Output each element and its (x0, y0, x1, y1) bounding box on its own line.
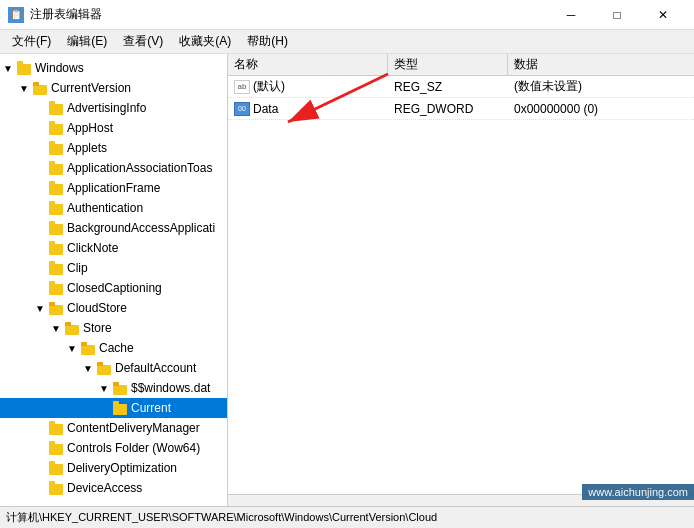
menu-help[interactable]: 帮助(H) (239, 31, 296, 52)
expand-deviceaccess[interactable] (32, 480, 48, 496)
status-text: 计算机\HKEY_CURRENT_USER\SOFTWARE\Microsoft… (6, 510, 437, 525)
expand-current[interactable] (96, 400, 112, 416)
tree-label-deviceaccess: DeviceAccess (67, 481, 142, 495)
expand-defaultaccount[interactable]: ▼ (80, 360, 96, 376)
tree-item-contentdelivery[interactable]: ContentDeliveryManager (0, 418, 227, 438)
expand-store[interactable]: ▼ (48, 320, 64, 336)
title-bar-left: 📋 注册表编辑器 (8, 6, 102, 23)
tree-label-windowsdat: $$windows.dat (131, 381, 210, 395)
expand-cloudstore[interactable]: ▼ (32, 300, 48, 316)
tree-label-controlsfolder: Controls Folder (Wow64) (67, 441, 200, 455)
status-bar: 计算机\HKEY_CURRENT_USER\SOFTWARE\Microsoft… (0, 506, 694, 528)
col-header-data: 数据 (508, 54, 694, 75)
tree-label-currentversion: CurrentVersion (51, 81, 131, 95)
app-icon: 📋 (8, 7, 24, 23)
reg-sz-icon: ab (234, 80, 250, 94)
right-panel: 名称 类型 数据 ab (默认) REG_SZ (数值未设置) (228, 54, 694, 506)
expand-deliveryoptimization[interactable] (32, 460, 48, 476)
main-content: ▼ Windows ▼ CurrentVersion (0, 54, 694, 506)
tree-item-controlsfolder[interactable]: Controls Folder (Wow64) (0, 438, 227, 458)
tree-label-defaultaccount: DefaultAccount (115, 361, 196, 375)
tree-item-cloudstore[interactable]: ▼ CloudStore (0, 298, 227, 318)
expand-applets[interactable] (32, 140, 48, 156)
row-name-data: 00 Data (228, 102, 388, 116)
expand-apphost[interactable] (32, 120, 48, 136)
row-name-default: ab (默认) (228, 78, 388, 95)
expand-applicationframe[interactable] (32, 180, 48, 196)
tree-item-authentication[interactable]: Authentication (0, 198, 227, 218)
tree-item-clip[interactable]: Clip (0, 258, 227, 278)
tree-item-apphost[interactable]: AppHost (0, 118, 227, 138)
tree-label-closedcaptioning: ClosedCaptioning (67, 281, 162, 295)
expand-currentversion[interactable]: ▼ (16, 80, 32, 96)
tree-item-cache[interactable]: ▼ Cache (0, 338, 227, 358)
tree-item-applicationframe[interactable]: ApplicationFrame (0, 178, 227, 198)
expand-windowsdat[interactable]: ▼ (96, 380, 112, 396)
tree-item-applets[interactable]: Applets (0, 138, 227, 158)
tree-item-windows[interactable]: ▼ Windows (0, 58, 227, 78)
tree-item-applicationassociation[interactable]: ApplicationAssociationToas (0, 158, 227, 178)
folder-icon-cache (80, 341, 96, 355)
watermark: www.aichunjing.com (582, 484, 694, 500)
folder-icon-defaultaccount (96, 361, 112, 375)
folder-icon-store (64, 321, 80, 335)
folder-icon-backgroundaccess (48, 221, 64, 235)
table-row[interactable]: ab (默认) REG_SZ (数值未设置) (228, 76, 694, 98)
expand-backgroundaccess[interactable] (32, 220, 48, 236)
window-title: 注册表编辑器 (30, 6, 102, 23)
table-header: 名称 类型 数据 (228, 54, 694, 76)
tree-item-windowsdat[interactable]: ▼ $$windows.dat (0, 378, 227, 398)
folder-icon-deliveryoptimization (48, 461, 64, 475)
expand-advertisinginfo[interactable] (32, 100, 48, 116)
folder-icon-windowsdat (112, 381, 128, 395)
close-button[interactable]: ✕ (640, 0, 686, 30)
expand-authentication[interactable] (32, 200, 48, 216)
folder-icon-advertisinginfo (48, 101, 64, 115)
expand-applicationassociation[interactable] (32, 160, 48, 176)
table-body[interactable]: ab (默认) REG_SZ (数值未设置) 00 Data REG_DWORD… (228, 76, 694, 494)
tree-item-clicknote[interactable]: ClickNote (0, 238, 227, 258)
menu-bar: 文件(F) 编辑(E) 查看(V) 收藏夹(A) 帮助(H) (0, 30, 694, 54)
tree-item-closedcaptioning[interactable]: ClosedCaptioning (0, 278, 227, 298)
expand-controlsfolder[interactable] (32, 440, 48, 456)
tree-item-deliveryoptimization[interactable]: DeliveryOptimization (0, 458, 227, 478)
expand-windows[interactable]: ▼ (0, 60, 16, 76)
tree-label-advertisinginfo: AdvertisingInfo (67, 101, 146, 115)
expand-closedcaptioning[interactable] (32, 280, 48, 296)
minimize-button[interactable]: ─ (548, 0, 594, 30)
folder-icon-controlsfolder (48, 441, 64, 455)
folder-icon-current (112, 401, 128, 415)
tree-item-deviceaccess[interactable]: DeviceAccess (0, 478, 227, 498)
folder-icon-currentversion (32, 81, 48, 95)
tree-item-backgroundaccess[interactable]: BackgroundAccessApplicati (0, 218, 227, 238)
folder-icon-deviceaccess (48, 481, 64, 495)
tree-item-store[interactable]: ▼ Store (0, 318, 227, 338)
expand-clicknote[interactable] (32, 240, 48, 256)
expand-clip[interactable] (32, 260, 48, 276)
menu-favorites[interactable]: 收藏夹(A) (171, 31, 239, 52)
row-data-default: (数值未设置) (508, 78, 694, 95)
menu-view[interactable]: 查看(V) (115, 31, 171, 52)
tree-label-contentdelivery: ContentDeliveryManager (67, 421, 200, 435)
tree-item-current[interactable]: Current (0, 398, 227, 418)
tree-panel[interactable]: ▼ Windows ▼ CurrentVersion (0, 54, 228, 506)
menu-file[interactable]: 文件(F) (4, 31, 59, 52)
title-bar: 📋 注册表编辑器 ─ □ ✕ (0, 0, 694, 30)
tree-label-applets: Applets (67, 141, 107, 155)
folder-icon-apphost (48, 121, 64, 135)
expand-cache[interactable]: ▼ (64, 340, 80, 356)
tree-item-defaultaccount[interactable]: ▼ DefaultAccount (0, 358, 227, 378)
tree-label-current: Current (131, 401, 171, 415)
tree-label-applicationframe: ApplicationFrame (67, 181, 160, 195)
tree-item-advertisinginfo[interactable]: AdvertisingInfo (0, 98, 227, 118)
tree-label-windows: Windows (35, 61, 84, 75)
folder-icon-cloudstore (48, 301, 64, 315)
maximize-button[interactable]: □ (594, 0, 640, 30)
tree-item-currentversion[interactable]: ▼ CurrentVersion (0, 78, 227, 98)
tree-label-cloudstore: CloudStore (67, 301, 127, 315)
folder-icon-windows (16, 61, 32, 75)
table-row[interactable]: 00 Data REG_DWORD 0x00000000 (0) (228, 98, 694, 120)
tree-label-authentication: Authentication (67, 201, 143, 215)
menu-edit[interactable]: 编辑(E) (59, 31, 115, 52)
expand-contentdelivery[interactable] (32, 420, 48, 436)
